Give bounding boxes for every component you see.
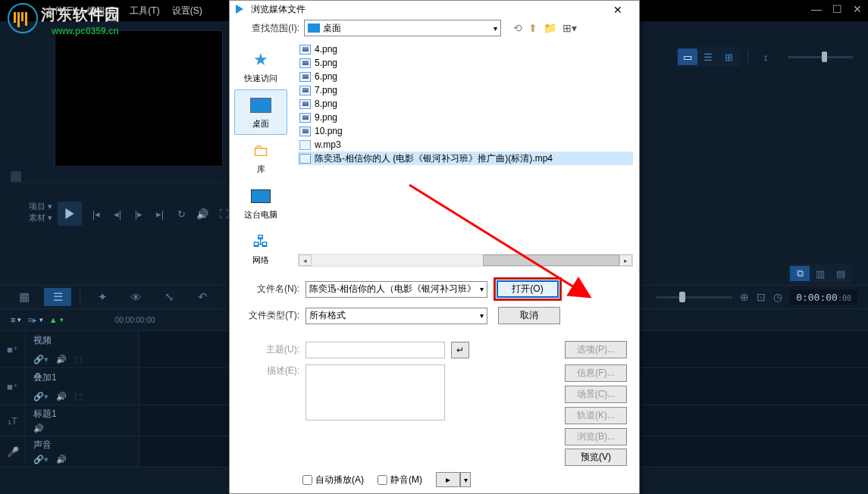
sidebar-desktop[interactable]: 桌面 <box>234 89 287 135</box>
open-button[interactable]: 打开(O) <box>497 280 559 298</box>
sidebar-thispc[interactable]: 这台电脑 <box>234 180 287 226</box>
image-icon <box>299 58 311 68</box>
maximize-button[interactable]: ☐ <box>832 3 842 15</box>
volume-button[interactable]: 🔊 <box>196 208 209 220</box>
viewmenu-icon[interactable]: ⊞▾ <box>562 22 577 34</box>
return-button[interactable]: ↵ <box>451 342 469 358</box>
sidebar-library[interactable]: 🗀 库 <box>234 135 287 180</box>
scroll-thumb[interactable] <box>483 255 619 266</box>
file-item[interactable]: 10.png <box>298 124 633 138</box>
dialog-close-button[interactable]: ✕ <box>603 4 633 16</box>
zoom-slider[interactable] <box>656 296 732 299</box>
mute-icon[interactable]: 🔊 <box>56 455 67 464</box>
autoplay-check[interactable]: 自动播放(A) <box>302 474 364 486</box>
audio-icon <box>299 140 311 150</box>
material-label[interactable]: 素材 ▾ <box>29 212 52 224</box>
video-track-icon: ■⁺ <box>0 331 26 367</box>
filename-input[interactable]: 陈奕迅-相信你的人（电影《银河补习班》▾ <box>306 281 487 298</box>
file-open-dialog: 浏览媒体文件 ✕ 查找范围(I): 桌面 ▾ ⟲ ⬆ 📁 ⊞▾ ★ 快速访问 桌… <box>229 0 640 494</box>
menu-track-button[interactable]: ≡▸▾ <box>27 315 42 325</box>
sidebar-network[interactable]: 🖧 网络 <box>234 226 287 271</box>
tool-ripple-button[interactable]: ⤡ <box>155 288 183 306</box>
newfolder-icon[interactable]: 📁 <box>544 22 556 34</box>
subject-label: 主题(U): <box>242 343 299 356</box>
storyboard-mode-button[interactable]: ▦ <box>11 288 38 306</box>
sort-button[interactable]: ↕ <box>756 48 776 65</box>
link-icon[interactable]: 🔗▾ <box>33 455 49 464</box>
time-label-start: 00:00:00:00 <box>115 316 155 324</box>
file-item[interactable]: 4.png <box>298 42 633 56</box>
mute-icon[interactable]: 🔊 <box>56 355 67 364</box>
link-icon[interactable]: 🔗▾ <box>33 355 49 364</box>
loop-button[interactable]: ↻ <box>174 208 188 220</box>
preview-button[interactable]: 预览(V) <box>565 449 627 466</box>
image-icon <box>299 86 311 95</box>
up-icon[interactable]: ⬆ <box>528 22 537 34</box>
go-end-button[interactable]: ▸| <box>153 208 167 220</box>
zoom-in-icon[interactable]: ⊕ <box>740 291 749 303</box>
options-button[interactable]: 选项(P)... <box>565 341 627 358</box>
open-button-highlight: 打开(O) <box>494 277 562 301</box>
track-button[interactable]: 轨道(K)... <box>565 407 627 424</box>
file-list[interactable]: 4.png 5.png 6.png 7.png 8.png 9.png 10.p… <box>298 42 633 254</box>
file-item[interactable]: 6.png <box>298 70 633 83</box>
scene-button[interactable]: 场景(C)... <box>565 386 627 403</box>
fit-icon[interactable]: ⊡ <box>757 291 766 303</box>
image-icon <box>299 45 311 55</box>
tool-fx-button[interactable]: ✦ <box>89 288 116 306</box>
layout-btn-2[interactable]: ▥ <box>810 266 830 281</box>
places-sidebar: ★ 快速访问 桌面 🗀 库 这台电脑 🖧 网络 <box>230 38 292 271</box>
tool-mixer-button[interactable]: 👁 <box>122 288 149 306</box>
go-start-button[interactable]: |◂ <box>89 208 103 220</box>
back-icon[interactable]: ⟲ <box>513 22 522 34</box>
mini-play-button[interactable]: ▸ <box>436 472 460 487</box>
scroll-left-button[interactable]: ◂ <box>299 255 312 266</box>
fx-icon[interactable]: ⬚ <box>74 392 82 402</box>
cancel-button[interactable]: 取消 <box>498 307 560 324</box>
horizontal-scrollbar[interactable]: ◂ ▸ <box>298 254 633 267</box>
layout-btn-1[interactable]: ⧉ <box>790 266 810 281</box>
filetype-combo[interactable]: 所有格式▾ <box>306 308 487 324</box>
player-controls: |◂ ◂| |▸ ▸| ↻ 🔊 ⛶ <box>58 202 230 226</box>
file-item-selected[interactable]: 陈奕迅-相信你的人 (电影《银河补习班》推广曲)(标清).mp4 <box>298 152 633 165</box>
sidebar-quick-access[interactable]: ★ 快速访问 <box>234 44 287 89</box>
scroll-right-button[interactable]: ▸ <box>619 255 632 266</box>
file-item[interactable]: 7.png <box>298 83 633 97</box>
next-frame-button[interactable]: |▸ <box>132 208 146 220</box>
dialog-title: 浏览媒体文件 <box>251 3 306 16</box>
browse-button[interactable]: 浏览(B)... <box>565 428 627 446</box>
desktop-icon <box>249 95 273 115</box>
file-item[interactable]: 8.png <box>298 97 633 111</box>
image-icon <box>299 72 311 82</box>
mute-check[interactable]: 静音(M) <box>378 474 422 486</box>
link-icon[interactable]: 🔗▾ <box>33 392 49 402</box>
mute-icon[interactable]: 🔊 <box>56 392 67 402</box>
minimize-button[interactable]: — <box>811 3 822 15</box>
marker-button[interactable]: ▲▾ <box>49 315 64 324</box>
clock-icon[interactable]: ◷ <box>773 291 782 303</box>
lookin-combo[interactable]: 桌面 ▾ <box>304 20 501 36</box>
view-grid-button[interactable]: ⊞ <box>719 48 738 65</box>
preview-marker[interactable] <box>11 171 21 182</box>
play-button[interactable] <box>58 202 82 226</box>
lookin-label: 查找范围(I): <box>242 22 299 35</box>
mute-icon[interactable]: 🔊 <box>33 424 44 433</box>
tool-undo-button[interactable]: ↶ <box>189 288 216 306</box>
close-button[interactable]: ✕ <box>853 3 862 15</box>
layout-btn-3[interactable]: ▤ <box>831 266 851 281</box>
file-item[interactable]: w.mp3 <box>298 138 633 152</box>
project-label[interactable]: 项目 ▾ <box>29 201 52 212</box>
menu-settings[interactable]: 设置(S) <box>172 5 202 17</box>
file-item[interactable]: 5.png <box>298 56 633 70</box>
timeline-mode-button[interactable]: ☰ <box>44 288 71 306</box>
thumbnail-size-slider[interactable] <box>788 56 853 58</box>
timecode-display[interactable]: 0:00:00 <box>790 289 857 305</box>
file-item[interactable]: 9.png <box>298 111 633 124</box>
info-button[interactable]: 信息(F)... <box>565 364 627 382</box>
view-list-button[interactable]: ☰ <box>698 48 718 65</box>
prev-frame-button[interactable]: ◂| <box>111 208 124 220</box>
fx-icon[interactable]: ⬚ <box>74 355 82 364</box>
view-thumb-button[interactable]: ▭ <box>678 48 697 65</box>
filename-label: 文件名(N): <box>242 283 299 295</box>
add-track-button[interactable]: ≡▾ <box>11 315 21 324</box>
